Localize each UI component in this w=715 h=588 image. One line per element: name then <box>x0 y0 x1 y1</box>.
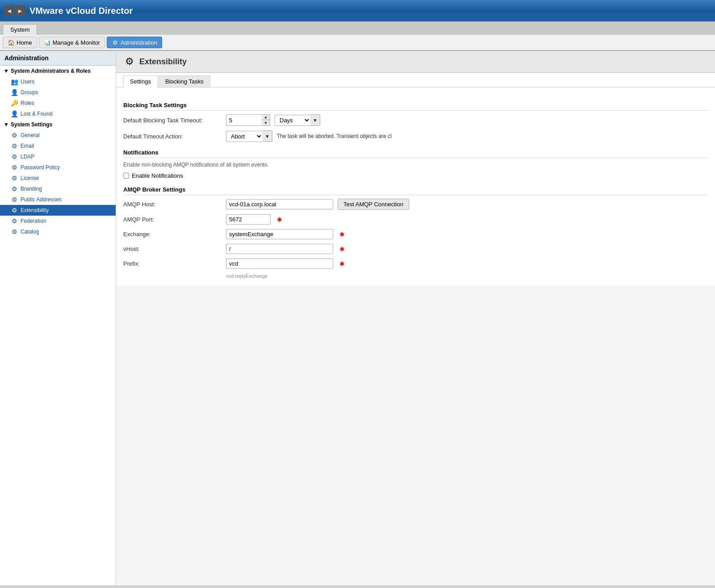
nav-arrows[interactable]: ◀ ▶ <box>4 6 25 16</box>
exchange-input[interactable] <box>226 229 333 239</box>
system-tab[interactable]: System <box>3 24 37 35</box>
amqp-port-label: AMQP Port: <box>123 216 222 223</box>
timeout-unit-select[interactable]: Days Hours Minutes ▼ <box>275 114 320 126</box>
password-icon: ⚙ <box>11 164 18 171</box>
vhost-input[interactable] <box>226 244 333 254</box>
timeout-unit-dropdown[interactable]: Days Hours Minutes <box>275 115 310 126</box>
spinner-down[interactable]: ▼ <box>262 120 270 125</box>
amqp-port-input[interactable] <box>226 214 271 225</box>
vhost-row: vHost: ✱ <box>123 244 708 254</box>
exchange-label: Exchange: <box>123 231 222 238</box>
ldap-icon: ⚙ <box>11 153 18 160</box>
amqp-port-row: AMQP Port: ✱ <box>123 214 708 225</box>
sidebar-item-license[interactable]: ⚙ License <box>0 173 116 183</box>
sidebar-group-title-settings[interactable]: ▼ System Settings <box>0 119 116 130</box>
prefix-input[interactable] <box>226 259 333 269</box>
action-dropdown[interactable]: Abort Resume <box>226 131 263 142</box>
app-title: VMware vCloud Director <box>29 6 133 16</box>
timeout-label: Default Blocking Task Timeout: <box>123 117 222 124</box>
amqp-settings-title: AMQP Broker Settings <box>123 186 708 195</box>
content-body: Blocking Task Settings Default Blocking … <box>116 88 715 286</box>
timeout-unit-arrow[interactable]: ▼ <box>310 114 320 126</box>
sidebar-item-users[interactable]: 👥 Users <box>0 76 116 87</box>
extensibility-icon: ⚙ <box>11 207 18 214</box>
port-required-star: ✱ <box>277 216 282 223</box>
sidebar-item-public-addresses[interactable]: ⚙ Public Addresses <box>0 194 116 205</box>
action-description: The task will be aborted. Transient obje… <box>277 133 392 139</box>
exchange-row: Exchange: ✱ <box>123 229 708 239</box>
email-icon: ⚙ <box>11 142 18 150</box>
sidebar-group-title-sysadmin[interactable]: ▼ System Administrators & Roles <box>0 66 116 76</box>
forward-arrow[interactable]: ▶ <box>15 6 25 16</box>
main-layout: Administration ▼ System Administrators &… <box>0 51 715 585</box>
title-bar: ◀ ▶ VMware vCloud Director <box>0 0 715 21</box>
prefix-label: Prefix: <box>123 260 222 267</box>
tab-blocking-tasks[interactable]: Blocking Tasks <box>159 75 210 87</box>
content-header: ⚙ Extensibility <box>116 51 715 73</box>
home-icon: 🏠 <box>8 39 15 46</box>
sidebar-item-extensibility[interactable]: ⚙ Extensibility <box>0 205 116 216</box>
sidebar-item-groups[interactable]: 👤 Groups <box>0 87 116 98</box>
amqp-host-input[interactable] <box>226 199 333 209</box>
branding-icon: ⚙ <box>11 185 18 192</box>
users-icon: 👥 <box>11 78 18 85</box>
sidebar-item-general[interactable]: ⚙ General <box>0 130 116 141</box>
tab-settings[interactable]: Settings <box>123 75 158 88</box>
sidebar-item-ldap[interactable]: ⚙ LDAP <box>0 151 116 162</box>
vhost-required-star: ✱ <box>339 246 345 253</box>
amqp-host-row: AMQP Host: Test AMQP Connection <box>123 199 708 210</box>
amqp-host-label: AMQP Host: <box>123 201 222 208</box>
reply-exchange-hint: vcd.replyExchange <box>123 273 708 279</box>
timeout-row: Default Blocking Task Timeout: ▲ ▼ Days … <box>123 114 708 126</box>
amqp-host-input-group: Test AMQP Connection <box>226 199 409 210</box>
sidebar: Administration ▼ System Administrators &… <box>0 51 116 585</box>
back-arrow[interactable]: ◀ <box>4 6 14 16</box>
sidebar-item-email[interactable]: ⚙ Email <box>0 141 116 151</box>
home-button[interactable]: 🏠 Home <box>3 37 37 48</box>
license-icon: ⚙ <box>11 175 18 182</box>
enable-notifications-label: Enable Notifications <box>132 172 183 179</box>
general-icon: ⚙ <box>11 132 18 139</box>
spinner-buttons[interactable]: ▲ ▼ <box>262 114 270 126</box>
prefix-row: Prefix: ✱ <box>123 259 708 269</box>
action-select[interactable]: Abort Resume ▼ <box>226 130 272 142</box>
blocking-task-settings-title: Blocking Task Settings <box>123 102 708 111</box>
admin-icon: ⚙ <box>112 39 119 46</box>
sidebar-item-catalog[interactable]: ⚙ Catalog <box>0 226 116 237</box>
roles-icon: 🔑 <box>11 100 18 107</box>
tabs-bar: Settings Blocking Tasks <box>116 73 715 88</box>
timeout-spinner[interactable]: ▲ ▼ <box>226 114 270 126</box>
enable-notifications-row: Enable Notifications <box>123 172 708 179</box>
prefix-required-star: ✱ <box>339 260 345 267</box>
action-row: Default Timeout Action: Abort Resume ▼ T… <box>123 130 708 142</box>
public-addresses-icon: ⚙ <box>11 196 18 203</box>
sidebar-item-branding[interactable]: ⚙ Branding <box>0 183 116 194</box>
administration-button[interactable]: ⚙ Administration <box>107 37 162 48</box>
manage-monitor-button[interactable]: 📊 Manage & Monitor <box>39 37 105 48</box>
test-amqp-button[interactable]: Test AMQP Connection <box>338 199 409 210</box>
sidebar-item-password-policy[interactable]: ⚙ Password Policy <box>0 162 116 173</box>
exchange-required-star: ✱ <box>339 231 345 238</box>
sidebar-header: Administration <box>0 51 116 66</box>
sidebar-item-lost-found[interactable]: 👤 Lost & Found <box>0 108 116 119</box>
notifications-title: Notifications <box>123 149 708 158</box>
sidebar-group-sysadmin: ▼ System Administrators & Roles 👥 Users … <box>0 66 116 119</box>
action-arrow[interactable]: ▼ <box>263 130 272 142</box>
sidebar-item-roles[interactable]: 🔑 Roles <box>0 98 116 108</box>
groups-icon: 👤 <box>11 89 18 96</box>
system-tab-bar: System <box>0 21 715 35</box>
federation-icon: ⚙ <box>11 217 18 225</box>
content-area: ⚙ Extensibility Settings Blocking Tasks … <box>116 51 715 585</box>
extensibility-header-icon: ⚙ <box>123 55 136 68</box>
vhost-label: vHost: <box>123 246 222 252</box>
enable-notifications-checkbox[interactable] <box>123 173 129 179</box>
spinner-up[interactable]: ▲ <box>262 115 270 120</box>
action-label: Default Timeout Action: <box>123 133 222 140</box>
timeout-input[interactable] <box>226 114 262 126</box>
notifications-description: Enable non-blocking AMQP notifications o… <box>123 162 708 168</box>
arrow-down-icon-2: ▼ <box>4 121 9 128</box>
lost-found-icon: 👤 <box>11 110 18 117</box>
monitor-icon: 📊 <box>44 39 51 46</box>
catalog-icon: ⚙ <box>11 228 18 235</box>
sidebar-item-federation[interactable]: ⚙ Federation <box>0 216 116 226</box>
